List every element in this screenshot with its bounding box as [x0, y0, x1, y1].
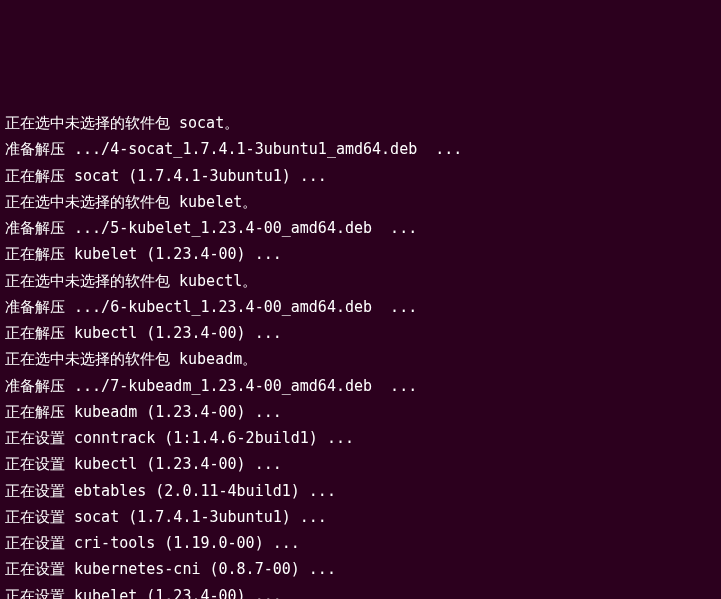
terminal-line: 正在选中未选择的软件包 kubeadm。 — [5, 346, 716, 372]
terminal-line: 正在设置 cri-tools (1.19.0-00) ... — [5, 530, 716, 556]
terminal-line: 正在解压 kubelet (1.23.4-00) ... — [5, 241, 716, 267]
terminal-line: 正在解压 kubectl (1.23.4-00) ... — [5, 320, 716, 346]
terminal-line: 正在设置 ebtables (2.0.11-4build1) ... — [5, 478, 716, 504]
terminal-line: 正在选中未选择的软件包 socat。 — [5, 110, 716, 136]
terminal-line: 准备解压 .../7-kubeadm_1.23.4-00_amd64.deb .… — [5, 373, 716, 399]
terminal-line: 正在解压 kubeadm (1.23.4-00) ... — [5, 399, 716, 425]
terminal-line: 准备解压 .../6-kubectl_1.23.4-00_amd64.deb .… — [5, 294, 716, 320]
terminal-line: 正在选中未选择的软件包 kubelet。 — [5, 189, 716, 215]
terminal-line: 正在设置 conntrack (1:1.4.6-2build1) ... — [5, 425, 716, 451]
terminal-line: 正在设置 kubectl (1.23.4-00) ... — [5, 451, 716, 477]
terminal-line: 正在设置 socat (1.7.4.1-3ubuntu1) ... — [5, 504, 716, 530]
terminal-line: 正在设置 kubernetes-cni (0.8.7-00) ... — [5, 556, 716, 582]
terminal-line: 准备解压 .../5-kubelet_1.23.4-00_amd64.deb .… — [5, 215, 716, 241]
terminal-line: 正在解压 socat (1.7.4.1-3ubuntu1) ... — [5, 163, 716, 189]
terminal-line: 正在选中未选择的软件包 kubectl。 — [5, 268, 716, 294]
terminal-line: 正在设置 kubelet (1.23.4-00) ... — [5, 583, 716, 600]
terminal-line: 准备解压 .../4-socat_1.7.4.1-3ubuntu1_amd64.… — [5, 136, 716, 162]
terminal-output[interactable]: 正在选中未选择的软件包 socat。准备解压 .../4-socat_1.7.4… — [5, 110, 716, 599]
